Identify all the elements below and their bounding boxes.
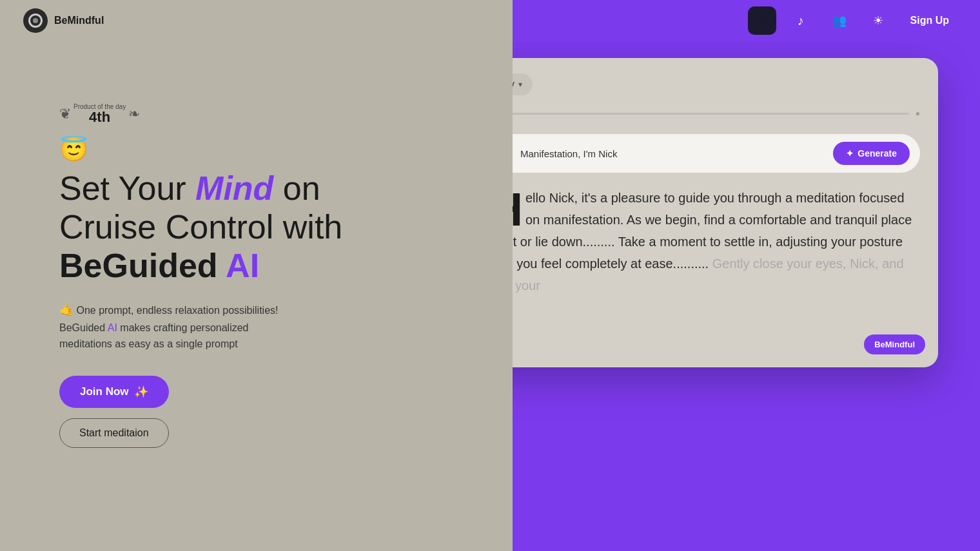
hero-mind: Mind (195, 169, 273, 207)
laurel-left-icon: ❦ (59, 106, 71, 122)
prompt-text: Manifestation, I'm Nick (520, 148, 824, 159)
angel-emoji: 😇 (59, 136, 453, 163)
start-label: Start meditaion (79, 427, 149, 439)
sign-up-button[interactable]: Sign Up (903, 10, 957, 32)
left-panel: BeMindful ❦ Product of the day 4th ❧ 😇 S… (0, 0, 513, 551)
hero-beguided: BeGuided (59, 247, 218, 284)
generate-sparkle-icon: ✦ (846, 148, 854, 159)
bemindful-badge: BeMindful (864, 334, 925, 354)
brand-name: BeMindful (54, 15, 104, 26)
join-label: Join Now (80, 385, 129, 398)
hero-line2: Cruise Control with (59, 208, 342, 246)
pod-badge: ❦ Product of the day 4th ❧ (59, 103, 453, 124)
generate-button[interactable]: ✦ Generate (833, 142, 910, 165)
pod-number: 4th (74, 110, 126, 124)
drop-cap: H (513, 187, 523, 227)
hero-content: ❦ Product of the day 4th ❧ 😇 Set Your Mi… (59, 103, 453, 447)
sun-icon: ☀ (873, 14, 883, 28)
hero-ai: AI (218, 247, 260, 284)
meditation-faded: Gently close your eyes, Nick, and turn y… (513, 256, 904, 293)
chat-card: Emily ▾ ● Manifestation, I'm Nick ✦ Gene… (513, 58, 938, 367)
chevron-down-icon: ▾ (518, 80, 522, 89)
audio-time: ● (916, 109, 920, 118)
sub-line2-start: BeGuided (59, 322, 108, 333)
audio-controls: ● (513, 104, 920, 122)
start-meditation-button[interactable]: Start meditaion (59, 418, 169, 448)
brand: BeMindful (23, 8, 104, 33)
nav-sun-button[interactable]: ☀ (864, 6, 892, 35)
join-now-button[interactable]: Join Now ✨ (59, 376, 169, 408)
ai-icon: AI (758, 16, 766, 26)
generate-label: Generate (858, 148, 897, 159)
laurel-right-icon: ❧ (128, 106, 140, 122)
chat-card-inner: Emily ▾ ● Manifestation, I'm Nick ✦ Gene… (513, 58, 938, 312)
nav-users-button[interactable]: 👥 (825, 6, 854, 35)
sub-emoji: 🤙 (59, 304, 74, 316)
sub-line1: One prompt, endless relaxation possibili… (74, 305, 279, 316)
sub-ai: AI (108, 322, 117, 333)
meditation-body: ello Nick, it's a pleasure to guide you … (513, 191, 912, 293)
sub-line2-end: makes crafting personalized (117, 322, 249, 333)
audio-progress-bar[interactable] (513, 113, 909, 115)
hero-heading: Set Your Mind on Cruise Control with BeG… (59, 169, 453, 285)
sub-line3: meditations as easy as a single prompt (59, 338, 238, 349)
brand-logo-icon (23, 8, 48, 33)
user-name: Emily (513, 79, 514, 90)
hero-subtext: 🤙 One prompt, endless relaxation possibi… (59, 301, 343, 353)
nav-music-button[interactable]: ♪ (787, 6, 815, 35)
hero-line1: Set Your Mind on (59, 169, 320, 207)
bottom-purple-bar (513, 425, 980, 551)
prompt-input-row: Manifestation, I'm Nick ✦ Generate (513, 134, 920, 173)
sparkle-icon: ✨ (134, 385, 148, 399)
music-icon: ♪ (798, 14, 804, 28)
top-nav: BeMindful (0, 0, 513, 41)
user-selector[interactable]: Emily ▾ (513, 73, 533, 95)
right-panel: AI ♪ 👥 ☀ Sign Up Emily ▾ ● (513, 0, 980, 551)
nav-ai-button[interactable]: AI (748, 6, 776, 35)
pod-text: Product of the day 4th (74, 103, 126, 124)
meditation-text: H ello Nick, it's a pleasure to guide yo… (513, 187, 920, 296)
button-row: Join Now ✨ Start meditaion (59, 376, 453, 448)
users-icon: 👥 (832, 14, 847, 28)
right-nav: AI ♪ 👥 ☀ Sign Up (513, 0, 980, 41)
